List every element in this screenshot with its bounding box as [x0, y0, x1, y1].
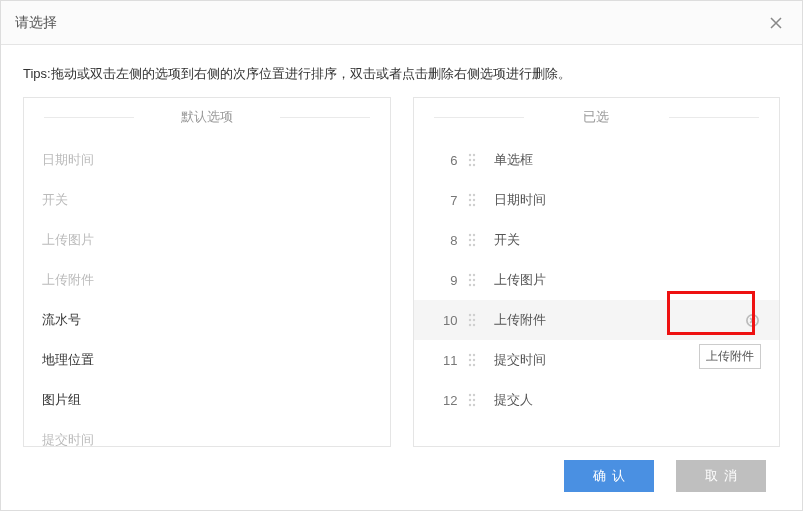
svg-point-26	[472, 284, 474, 286]
svg-point-15	[472, 234, 474, 236]
svg-point-2	[468, 159, 470, 161]
svg-point-29	[472, 314, 474, 316]
svg-point-30	[468, 319, 470, 321]
svg-point-9	[468, 199, 470, 201]
svg-point-3	[472, 159, 474, 161]
svg-point-40	[472, 364, 474, 366]
close-icon[interactable]	[764, 11, 788, 35]
row-number: 9	[432, 273, 458, 288]
available-panel-title: 默认选项	[24, 98, 390, 136]
svg-point-22	[472, 274, 474, 276]
list-item[interactable]: 11提交时间	[414, 340, 780, 380]
svg-point-19	[472, 244, 474, 246]
list-item[interactable]: 9上传图片	[414, 260, 780, 300]
dialog-title: 请选择	[15, 14, 57, 32]
selected-panel-title: 已选	[414, 98, 780, 136]
svg-point-46	[468, 404, 470, 406]
svg-point-25	[468, 284, 470, 286]
svg-point-38	[472, 359, 474, 361]
list-item[interactable]: 日期时间	[34, 140, 390, 180]
row-label: 上传图片	[494, 271, 762, 289]
row-label: 开关	[494, 231, 762, 249]
panels: 默认选项 日期时间开关上传图片上传附件流水号地理位置图片组提交时间提交人 已选 …	[1, 97, 802, 447]
svg-point-4	[468, 164, 470, 166]
row-label: 提交时间	[494, 351, 762, 369]
dialog: 请选择 Tips:拖动或双击左侧的选项到右侧的次序位置进行排序，双击或者点击删除…	[0, 0, 803, 511]
svg-point-14	[468, 234, 470, 236]
svg-point-24	[472, 279, 474, 281]
confirm-button[interactable]: 确认	[564, 460, 654, 492]
svg-point-43	[472, 394, 474, 396]
svg-point-7	[468, 194, 470, 196]
svg-point-18	[468, 244, 470, 246]
drag-handle-icon[interactable]	[468, 393, 480, 407]
list-item[interactable]: 流水号	[34, 300, 390, 340]
svg-point-1	[472, 154, 474, 156]
dialog-header: 请选择	[1, 1, 802, 45]
list-item[interactable]: 10上传附件	[414, 300, 780, 340]
row-number: 8	[432, 233, 458, 248]
svg-point-37	[468, 359, 470, 361]
dialog-footer: 确认 取消	[1, 447, 802, 505]
svg-point-32	[468, 324, 470, 326]
svg-point-33	[472, 324, 474, 326]
list-item[interactable]: 8开关	[414, 220, 780, 260]
svg-point-44	[468, 399, 470, 401]
svg-point-21	[468, 274, 470, 276]
svg-point-17	[472, 239, 474, 241]
drag-handle-icon[interactable]	[468, 273, 480, 287]
list-item[interactable]: 6单选框	[414, 140, 780, 180]
row-label: 上传附件	[494, 311, 744, 329]
row-label: 提交人	[494, 391, 762, 409]
svg-point-16	[468, 239, 470, 241]
svg-point-28	[468, 314, 470, 316]
list-item[interactable]: 图片组	[34, 380, 390, 420]
available-panel: 默认选项 日期时间开关上传图片上传附件流水号地理位置图片组提交时间提交人	[23, 97, 391, 447]
tips-text: Tips:拖动或双击左侧的选项到右侧的次序位置进行排序，双击或者点击删除右侧选项…	[1, 45, 802, 97]
list-item[interactable]: 上传图片	[34, 220, 390, 260]
cancel-button[interactable]: 取消	[676, 460, 766, 492]
drag-handle-icon[interactable]	[468, 153, 480, 167]
drag-handle-icon[interactable]	[468, 313, 480, 327]
svg-point-5	[472, 164, 474, 166]
list-item[interactable]: 提交时间	[34, 420, 390, 446]
available-list[interactable]: 日期时间开关上传图片上传附件流水号地理位置图片组提交时间提交人	[24, 136, 390, 446]
svg-point-11	[468, 204, 470, 206]
svg-point-12	[472, 204, 474, 206]
list-item[interactable]: 12提交人	[414, 380, 780, 420]
list-item[interactable]: 地理位置	[34, 340, 390, 380]
svg-point-0	[468, 154, 470, 156]
svg-point-39	[468, 364, 470, 366]
selected-panel: 已选 6单选框7日期时间8开关9上传图片10上传附件11提交时间12提交人 上传…	[413, 97, 781, 447]
drag-handle-icon[interactable]	[468, 193, 480, 207]
row-number: 10	[432, 313, 458, 328]
svg-point-31	[472, 319, 474, 321]
row-number: 11	[432, 353, 458, 368]
row-label: 日期时间	[494, 191, 762, 209]
svg-point-35	[468, 354, 470, 356]
drag-handle-icon[interactable]	[468, 353, 480, 367]
row-number: 7	[432, 193, 458, 208]
svg-point-36	[472, 354, 474, 356]
svg-point-23	[468, 279, 470, 281]
row-number: 12	[432, 393, 458, 408]
svg-point-8	[472, 194, 474, 196]
svg-point-42	[468, 394, 470, 396]
row-label: 单选框	[494, 151, 762, 169]
svg-point-45	[472, 399, 474, 401]
list-item[interactable]: 上传附件	[34, 260, 390, 300]
selected-list[interactable]: 6单选框7日期时间8开关9上传图片10上传附件11提交时间12提交人 上传附件	[414, 136, 780, 446]
remove-icon[interactable]	[743, 311, 761, 329]
svg-point-10	[472, 199, 474, 201]
drag-handle-icon[interactable]	[468, 233, 480, 247]
row-number: 6	[432, 153, 458, 168]
list-item[interactable]: 开关	[34, 180, 390, 220]
list-item[interactable]: 7日期时间	[414, 180, 780, 220]
svg-point-47	[472, 404, 474, 406]
